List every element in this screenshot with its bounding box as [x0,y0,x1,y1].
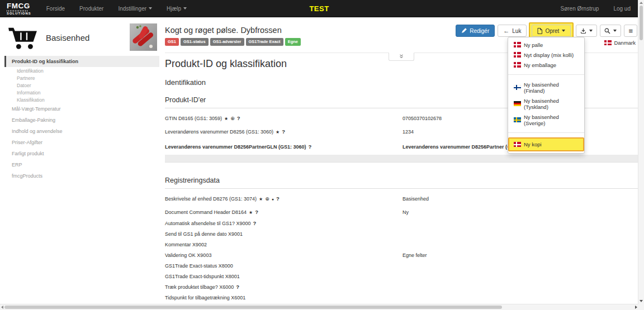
menu-item-label: Ny basisenhed (Sverige) [524,114,579,126]
horizontal-scrollbar-thumb[interactable] [4,306,502,309]
field-label: Document Command Header D8164 [165,209,247,215]
menu-item-ny-basisenhed-sverige[interactable]: Ny basisenhed (Sverige) [508,112,584,128]
field-value-cell [402,231,640,237]
help-icon[interactable]: ? [236,284,239,290]
user-menu[interactable]: Søren Ørnstrup [560,6,599,12]
field-value-cell [402,221,640,226]
field-label: Automatisk afsendelse til GS1? X9000 [165,221,251,226]
field-row: Beskrivelse af enhed D8276 (GS1: 3074)★⊕… [165,196,640,202]
sidebar-subitem-partnere[interactable]: Partnere [4,74,159,82]
globe-icon: ⊕ [230,116,235,121]
sidebar-item-fmcgproducts[interactable]: fmcgProducts [4,170,159,182]
sidebar-item-mal-vaegt-temperatur[interactable]: Mål-Vægt-Temperatur [4,103,159,115]
field-label-cell: Send til GS1 på denne dato X9001 [165,231,402,237]
field-label-cell: Automatisk afsendelse til GS1? X9000? [165,221,402,226]
scroll-up-arrow-icon[interactable] [640,2,643,4]
help-icon[interactable]: ? [276,195,280,202]
navbar-menu: ForsideProdukterIndstillingerHjælp [39,0,194,17]
scroll-left-arrow-icon[interactable] [1,306,3,309]
nav-item-produkter[interactable]: Produkter [72,0,111,17]
edit-button[interactable]: Redigér [456,25,495,37]
sidebar-item-farligt-produkt[interactable]: Farligt produkt [4,148,159,159]
help-icon[interactable]: ? [309,144,312,150]
menu-item-ny-basisenhed-finland[interactable]: Ny basisenhed (Finland) [508,79,584,96]
close-button[interactable]: ← Luk [498,25,527,37]
field-row: Send til GS1 på denne dato X9001 [165,231,640,237]
flag-dk-icon [604,40,612,46]
field-row: GS1Trade Exact-status X8000 [165,263,640,269]
sidebar-item-indhold-og-anvendelse[interactable]: Indhold og anvendelse [4,126,159,137]
caret-down-icon [589,30,593,32]
field-group-registreringsdata: RegistreringsdataBeskrivelse af enhed D8… [165,177,640,301]
hamburger-icon: ≡ [628,27,633,35]
sidebar-subitem-identifikation[interactable]: Identifikation [4,67,159,74]
help-icon[interactable]: ? [282,128,285,135]
horizontal-scrollbar[interactable] [0,304,638,310]
menu-divider [508,74,584,75]
menu-button[interactable]: ≡ [624,25,637,37]
menu-item-ny-basisenhed-tyskland[interactable]: Ny basisenhed (Tyskland) [508,96,584,112]
field-label: GS1Trade Exact-tidspunkt X8001 [165,274,240,279]
sidebar-item-emballage-pakning[interactable]: Emballage-Pakning [4,115,159,126]
empty-table-row [165,155,640,163]
help-icon[interactable]: ? [255,209,258,215]
sidebar-subitem-klassifikation[interactable]: Klassifikation [4,96,159,103]
menu-item-ny-palle[interactable]: Ny palle [508,40,584,50]
sidebar-subitem-datoer[interactable]: Datoer [4,82,159,89]
nav-item-hjaelp[interactable]: Hjælp [159,0,194,17]
field-label-cell: Document Command Header D8164★? [165,209,402,216]
field-value-cell: Egne felter [402,252,640,258]
field-label-cell: Beskrivelse af enhed D8276 (GS1: 3074)★⊕… [165,196,402,202]
help-icon[interactable]: ? [253,220,257,226]
download-icon [580,28,586,34]
field-label-cell: Leverandørens varenummer D8256PartnerGLN… [165,144,402,150]
flag-dk-icon [514,42,521,47]
field-label: Leverandørens varenummer D8256PartnerGLN… [165,144,306,150]
field-label-cell: Træk produktet tilbage? X6000? [165,284,402,290]
new-document-icon [537,28,542,34]
menu-item-nyt-display-mix-kolli[interactable]: Nyt display (mix kolli) [508,50,584,60]
help-icon[interactable]: ? [237,115,240,121]
field-label-cell: Tidspunkt for tilbagetrækning X6001 [165,295,402,301]
nav-item-indstillinger[interactable]: Indstillinger [111,0,159,17]
caret-down-icon [562,30,565,32]
create-button[interactable]: Opret [532,25,571,37]
star-icon: ★ [224,116,228,121]
field-row: GS1Trade Exact-tidspunkt X8001 [165,274,640,279]
logout-link[interactable]: Log ud [613,6,631,12]
nav-item-forside[interactable]: Forside [39,0,72,17]
status-badge-egne: Egne [285,38,301,46]
cart-icon [7,25,39,50]
sidebar-item-priser-afgifter[interactable]: Priser-Afgifter [4,137,159,148]
field-label-cell: Leverandørens varenummer D8256 (GS1: 306… [165,129,402,135]
field-value-cell [402,242,640,247]
field-row: Kommentar X9002 [165,242,640,247]
sidebar-item-erp[interactable]: ERP [4,159,159,170]
scroll-down-arrow-icon[interactable] [640,300,643,302]
brand-subname: SOLUTIONS [7,12,31,16]
vertical-scrollbar-thumb[interactable] [640,6,643,40]
flag-dk-icon [514,142,521,147]
collapse-toggle[interactable] [389,53,414,61]
export-button[interactable] [576,25,597,37]
scroll-right-arrow-icon[interactable] [635,306,637,309]
field-label-cell: GTIN D8165 (GS1: 3059)★⊕? [165,116,402,122]
sidebar-subitem-information[interactable]: Information [4,89,159,96]
menu-item-ny-emballage[interactable]: Ny emballage [508,60,584,70]
field-row: Validering OK X9003Egne felter [165,252,640,258]
flag-fi-icon [514,85,521,90]
vertical-scrollbar[interactable] [638,0,644,310]
field-label: Send til GS1 på denne dato X9001 [165,231,243,237]
field-label-cell: Kommentar X9002 [165,242,402,247]
menu-item-ny-kopi[interactable]: Ny kopi [508,137,584,151]
field-label-cell: GS1Trade Exact-status X8000 [165,263,402,269]
field-label: Træk produktet tilbage? X6000 [165,284,234,290]
nav-item-label: Indstillinger [118,6,146,12]
search-button[interactable] [600,25,621,37]
sidebar-item-produkt-id-og-klassifikation[interactable]: Produkt-ID og klassifikation [4,56,159,67]
star-icon: ★ [259,197,263,202]
brand-logo[interactable]: FMCG SOLUTIONS [0,2,39,16]
menu-divider [508,132,584,133]
field-row: Automatisk afsendelse til GS1? X9000? [165,221,640,226]
menu-item-label: Nyt display (mix kolli) [524,52,574,58]
